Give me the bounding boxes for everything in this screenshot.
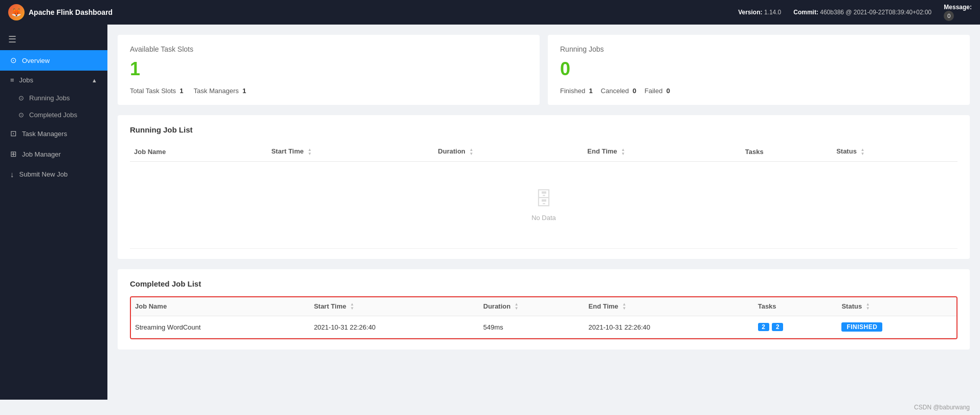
sidebar: ☰ ⊙ Overview ≡ Jobs ▲ ⊙ Running Jobs ⊙ C… [0,25,107,400]
sidebar-jobs-label: Jobs [19,76,33,84]
no-data-text: No Data [134,214,953,222]
completed-job-list-section: Completed Job List Job Name Start Time ▲… [118,269,970,350]
task-managers-count: Task Managers 1 [194,87,247,95]
completed-job-list-title: Completed Job List [130,279,957,288]
hamburger-menu[interactable]: ☰ [0,29,107,50]
comp-sort-status-icon[interactable]: ▲▼ [866,302,870,311]
sidebar-item-completed-jobs[interactable]: ⊙ Completed Jobs [0,106,107,123]
sidebar-task-managers-label: Task Managers [22,130,67,138]
col-job-name: Job Name [130,142,267,161]
col-end-time: End Time ▲▼ [583,142,741,161]
running-job-list-title: Running Job List [130,125,957,134]
comp-col-end-time: End Time ▲▼ [585,297,754,316]
jobs-arrow-icon: ▲ [92,77,97,83]
topbar: 🦊 Apache Flink Dashboard Version: 1.14.0… [0,0,980,25]
sidebar-item-job-manager[interactable]: ⊞ Job Manager [0,144,107,164]
sidebar-item-task-managers[interactable]: ⊡ Task Managers [0,123,107,144]
start-time-cell: 2021-10-31 22:26:40 [310,316,479,338]
task-slots-card: Available Task Slots 1 Total Task Slots … [118,35,540,105]
task-badge-b: 2 [772,323,783,331]
jobs-icon: ≡ [10,76,14,84]
canceled-count: Canceled 0 [601,87,636,95]
completed-job-table: Job Name Start Time ▲▼ Duration ▲▼ End T… [131,297,956,339]
total-task-slots: Total Task Slots 1 [130,87,184,95]
status-badge: FINISHED [841,322,882,332]
col-start-time: Start Time ▲▼ [267,142,434,161]
app-name: Apache Flink Dashboard [29,8,113,16]
task-managers-icon: ⊡ [10,129,17,138]
hamburger-icon: ☰ [8,34,16,45]
comp-col-duration: Duration ▲▼ [479,297,585,316]
job-manager-icon: ⊞ [10,149,17,159]
sidebar-item-submit-new-job[interactable]: ↓ Submit New Job [0,164,107,184]
no-data-icon: 🗄 [134,188,953,210]
overview-cards: Available Task Slots 1 Total Task Slots … [118,35,970,105]
sort-status-icon[interactable]: ▲▼ [860,148,864,156]
comp-col-tasks: Tasks [754,297,838,316]
completed-jobs-icon: ⊙ [18,111,24,119]
sidebar-group-jobs[interactable]: ≡ Jobs ▲ [0,71,107,90]
message-info: Message: 0 [944,4,972,21]
sort-start-time-icon[interactable]: ▲▼ [307,148,311,156]
table-row[interactable]: Streaming WordCount 2021-10-31 22:26:40 … [131,316,956,338]
running-jobs-card: Running Jobs 0 Finished 1 Canceled 0 Fai… [548,35,970,105]
sort-duration-icon[interactable]: ▲▼ [469,148,473,156]
col-duration: Duration ▲▼ [434,142,583,161]
comp-col-status: Status ▲▼ [837,297,956,316]
sidebar-job-manager-label: Job Manager [22,150,61,158]
sidebar-running-jobs-label: Running Jobs [29,94,70,102]
comp-sort-duration-icon[interactable]: ▲▼ [515,302,519,311]
completed-table-wrap: Job Name Start Time ▲▼ Duration ▲▼ End T… [130,296,957,340]
col-tasks: Tasks [741,142,832,161]
commit-info: Commit: 460b386 @ 2021-09-22T08:39:40+02… [793,9,931,16]
footer: CSDN @baburwang [0,400,980,415]
sidebar-item-overview[interactable]: ⊙ Overview [0,50,107,71]
version-info: Version: 1.14.0 [738,9,781,16]
sidebar-completed-jobs-label: Completed Jobs [29,111,77,119]
comp-col-job-name: Job Name [131,297,310,316]
running-jobs-meta: Finished 1 Canceled 0 Failed 0 [560,87,957,95]
comp-col-start-time: Start Time ▲▼ [310,297,479,316]
running-jobs-icon: ⊙ [18,94,24,102]
end-time-cell: 2021-10-31 22:26:40 [585,316,754,338]
running-job-table-wrap: Job Name Start Time ▲▼ Duration ▲▼ End T… [130,142,957,249]
topbar-meta: Version: 1.14.0 Commit: 460b386 @ 2021-0… [738,4,972,21]
submit-job-icon: ↓ [10,170,14,179]
finished-count: Finished 1 [560,87,593,95]
status-cell: FINISHED [837,316,956,338]
logo-icon: 🦊 [8,4,25,20]
failed-count: Failed 0 [644,87,670,95]
task-slots-meta: Total Task Slots 1 Task Managers 1 [130,87,527,95]
tasks-cell: 2 2 [754,316,838,338]
comp-sort-end-time-icon[interactable]: ▲▼ [622,302,626,311]
task-slots-title: Available Task Slots [130,45,527,53]
sidebar-submit-job-label: Submit New Job [19,170,68,178]
running-no-data: 🗄 No Data [134,168,953,242]
task-badge-a: 2 [758,323,769,331]
running-jobs-value: 0 [560,58,957,80]
task-slots-value: 1 [130,58,527,80]
sidebar-item-label-overview: Overview [22,57,50,64]
sidebar-item-running-jobs[interactable]: ⊙ Running Jobs [0,90,107,106]
running-job-list-section: Running Job List Job Name Start Time ▲▼ … [118,115,970,259]
sort-end-time-icon[interactable]: ▲▼ [621,148,625,156]
col-status: Status ▲▼ [832,142,957,161]
main-content: Available Task Slots 1 Total Task Slots … [107,25,980,400]
running-jobs-title: Running Jobs [560,45,957,53]
running-job-table: Job Name Start Time ▲▼ Duration ▲▼ End T… [130,142,957,249]
app-logo: 🦊 Apache Flink Dashboard [8,4,113,20]
overview-icon: ⊙ [10,56,17,65]
job-name-cell: Streaming WordCount [131,316,310,338]
duration-cell: 549ms [479,316,585,338]
layout: ☰ ⊙ Overview ≡ Jobs ▲ ⊙ Running Jobs ⊙ C… [0,25,980,400]
message-count-badge: 0 [944,11,954,21]
comp-sort-start-time-icon[interactable]: ▲▼ [350,302,354,311]
footer-watermark: CSDN @baburwang [914,404,970,411]
